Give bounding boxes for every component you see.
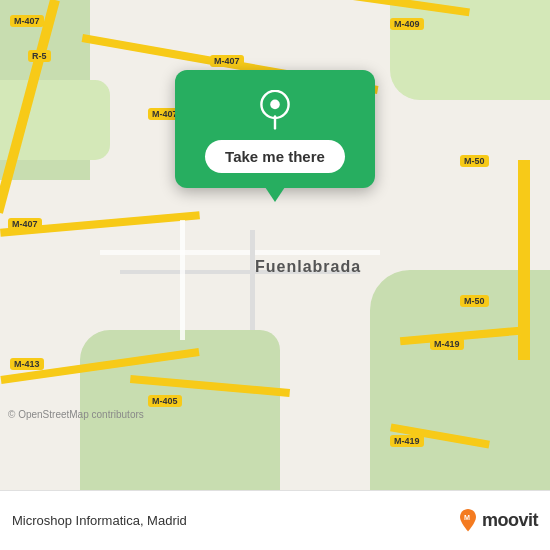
map-container: R-5M-407M-407M-407M-407M-409M-50M-50M-41… (0, 0, 550, 490)
green-area (390, 0, 550, 100)
road-label-m407-top-left: M-407 (10, 15, 44, 27)
road-label-r5: R-5 (28, 50, 51, 62)
moovit-pin-icon: M (458, 509, 478, 533)
road-m50 (518, 160, 530, 360)
road-label-m407-left: M-407 (8, 218, 42, 230)
location-title: Microshop Informatica, Madrid (12, 513, 187, 528)
svg-text:M: M (464, 513, 470, 522)
road-label-m50-top: M-50 (460, 155, 489, 167)
copyright-text: © OpenStreetMap contributors (8, 409, 144, 420)
road-label-m409: M-409 (390, 18, 424, 30)
moovit-logo: M moovit (458, 509, 538, 533)
bottom-bar: Microshop Informatica, Madrid M moovit (0, 490, 550, 550)
urban-road (180, 220, 185, 340)
city-label: Fuenlabrada (255, 258, 361, 276)
road-label-m407-top: M-407 (210, 55, 244, 67)
road-label-m405: M-405 (148, 395, 182, 407)
urban-road (250, 230, 255, 330)
road-label-m50-bot: M-50 (460, 295, 489, 307)
road-label-m419-1: M-419 (430, 338, 464, 350)
moovit-brand-text: moovit (482, 510, 538, 531)
take-me-there-button[interactable]: Take me there (205, 140, 345, 173)
urban-road (100, 250, 380, 255)
svg-point-1 (270, 100, 280, 110)
road-label-m419-2: M-419 (390, 435, 424, 447)
popup-card[interactable]: Take me there (175, 70, 375, 188)
road-label-m413: M-413 (10, 358, 44, 370)
location-pin-icon (255, 90, 295, 130)
